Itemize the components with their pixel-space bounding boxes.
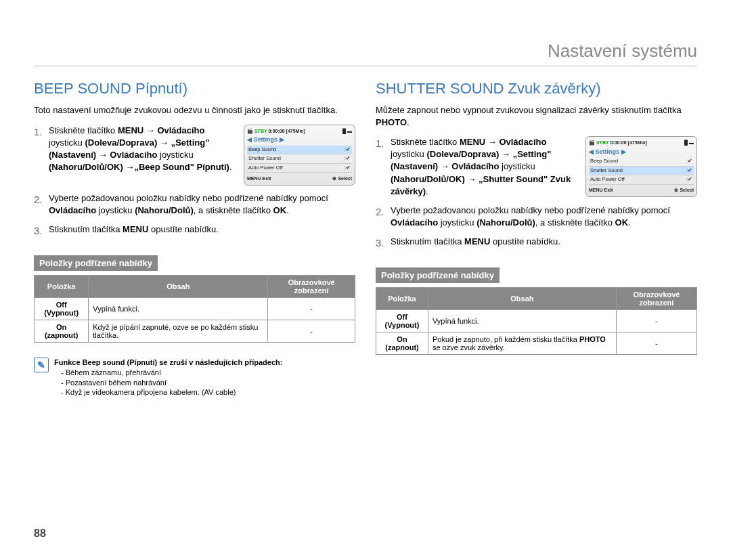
- note-title: Funkce Beep sound (Pípnutí) se zruší v n…: [54, 358, 282, 366]
- table-row: Off (Vypnout) Vypíná funkci. -: [376, 310, 697, 332]
- th-item: Položka: [35, 275, 89, 297]
- right-column: SHUTTER SOUND Zvuk závěrky) Můžete zapno…: [376, 80, 697, 397]
- step-number: 3.: [376, 236, 391, 250]
- th-content: Obsah: [428, 288, 616, 310]
- step-number: 1.: [34, 125, 49, 186]
- step-number: 1.: [376, 136, 391, 198]
- note-box: ✎ Funkce Beep sound (Pípnutí) se zruší v…: [34, 358, 355, 397]
- intro-shutter: Můžete zapnout nebo vypnout zvukovou sig…: [376, 104, 697, 128]
- step-number: 3.: [34, 223, 49, 238]
- section-title-beep: BEEP SOUND Pípnutí): [34, 80, 355, 98]
- options-table-shutter: Položka Obsah Obrazovkové zobrazení Off …: [376, 287, 697, 355]
- th-display: Obrazovkové zobrazení: [616, 288, 696, 310]
- lcd-screenshot-shutter: 🎬 STBY 0:00:00 [475Min] █ ▬ ◀ Settings ▶…: [585, 136, 697, 197]
- left-column: BEEP SOUND Pípnutí) Toto nastavení umožň…: [34, 80, 355, 397]
- table-row: On (zapnout) Pokud je zapnuto, při každé…: [376, 332, 697, 355]
- submenu-header: Položky podřízené nabídky: [34, 255, 158, 271]
- step-number: 2.: [376, 204, 391, 229]
- step2-text: Vyberte požadovanou položku nabídky nebo…: [391, 204, 697, 229]
- step1-text: Stiskněte tlačítko MENU → Ovládacího joy…: [391, 136, 580, 198]
- options-table-beep: Položka Obsah Obrazovkové zobrazení Off …: [34, 275, 355, 343]
- lcd-screenshot-beep: 🎬 STBY 0:00:00 [475Min] █ ▬ ◀ Settings ▶…: [244, 125, 355, 186]
- table-row: Off (Vypnout) Vypíná funkci. -: [35, 297, 355, 320]
- note-item: Když je videokamera připojena kabelem. (…: [61, 387, 355, 397]
- step3-text: Stisknutím tlačítka MENU opustíte nabídk…: [391, 236, 560, 250]
- step2-text: Vyberte požadovanou položku nabídky nebo…: [49, 192, 355, 217]
- section-title-shutter: SHUTTER SOUND Zvuk závěrky): [376, 80, 697, 98]
- step1-text: Stiskněte tlačítko MENU → Ovládacího joy…: [49, 125, 238, 174]
- intro-beep: Toto nastavení umožňuje zvukovou odezvu …: [34, 104, 355, 116]
- page-number: 88: [34, 527, 46, 540]
- th-display: Obrazovkové zobrazení: [268, 275, 355, 297]
- th-item: Položka: [376, 288, 428, 310]
- note-item: Během záznamu, přehrávání: [61, 368, 355, 378]
- step-number: 2.: [34, 192, 49, 217]
- note-item: Pozastavení během nahrávání: [61, 378, 355, 388]
- submenu-header: Položky podřízené nabídky: [376, 267, 500, 283]
- header-title: Nastavení systému: [34, 41, 697, 66]
- th-content: Obsah: [89, 275, 268, 297]
- note-icon: ✎: [34, 358, 49, 372]
- table-row: On (zapnout) Když je pípání zapnuté, ozv…: [35, 320, 355, 342]
- step3-text: Stisknutím tlačítka MENU opustíte nabídk…: [49, 223, 219, 238]
